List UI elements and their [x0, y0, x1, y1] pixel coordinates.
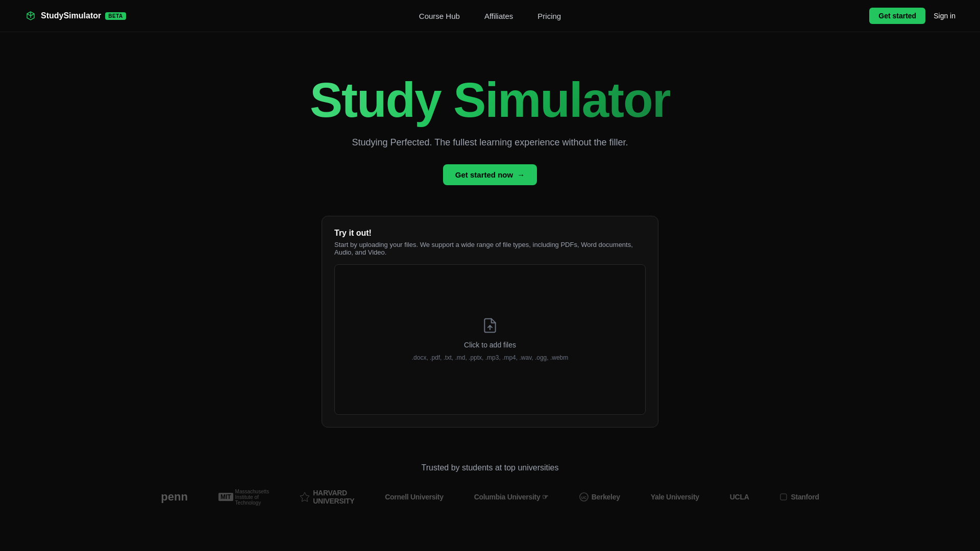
uni-logo-mit: MIT MassachusettsInstitute ofTechnology [218, 489, 269, 506]
uni-logo-harvard: HARVARDUNIVERSITY [300, 489, 354, 505]
main-content: Study Simulator Studying Perfected. The … [0, 0, 980, 521]
svg-text:UC: UC [581, 495, 586, 500]
try-it-description: Start by uploading your files. We suppor… [334, 241, 646, 256]
beta-badge: BETA [105, 12, 126, 20]
trusted-title: Trusted by students at top universities [422, 463, 559, 472]
file-upload-area[interactable]: Click to add files .docx, .pdf, .txt, .m… [334, 264, 646, 415]
svg-marker-1 [300, 492, 309, 502]
uni-logo-yale: Yale University [651, 493, 699, 501]
nav-link-course-hub[interactable]: Course Hub [419, 12, 460, 20]
try-it-title: Try it out! [334, 229, 646, 238]
university-logos: penn MIT MassachusettsInstitute ofTechno… [161, 489, 819, 506]
trusted-section: Trusted by students at top universities … [0, 448, 980, 521]
upload-formats-text: .docx, .pdf, .txt, .md, .pptx, .mp3, .mp… [412, 354, 569, 361]
hero-title: Study Simulator [310, 73, 670, 127]
get-started-hero-button[interactable]: Get started now → [443, 164, 537, 185]
uni-logo-columbia: Columbia University ☞ [474, 493, 549, 501]
nav-links: Course Hub Affiliates Pricing [419, 12, 561, 20]
uni-logo-stanford: Stanford [779, 493, 819, 501]
uni-logo-ucla: UCLA [730, 493, 749, 501]
uni-logo-cornell: Cornell University [385, 493, 443, 501]
hero-subtitle: Studying Perfected. The fullest learning… [352, 137, 628, 148]
sign-in-button[interactable]: Sign in [934, 12, 955, 20]
hero-section: Study Simulator Studying Perfected. The … [285, 32, 695, 206]
nav-link-affiliates[interactable]: Affiliates [484, 12, 513, 20]
get-started-nav-button[interactable]: Get started [869, 8, 925, 24]
svg-rect-4 [780, 494, 787, 500]
brand-name: StudySimulator BETA [41, 11, 126, 20]
nav-link-pricing[interactable]: Pricing [537, 12, 561, 20]
navbar: StudySimulator BETA Course Hub Affiliate… [0, 0, 980, 32]
nav-actions: Get started Sign in [869, 8, 955, 24]
brand-logo-icon [24, 10, 37, 22]
upload-click-text: Click to add files [464, 341, 516, 349]
upload-icon [482, 317, 498, 336]
nav-brand: StudySimulator BETA [24, 10, 126, 22]
uni-logo-penn: penn [161, 490, 188, 504]
uni-logo-berkeley: UC Berkeley [579, 492, 620, 502]
try-it-out-section: Try it out! Start by uploading your file… [322, 216, 658, 428]
